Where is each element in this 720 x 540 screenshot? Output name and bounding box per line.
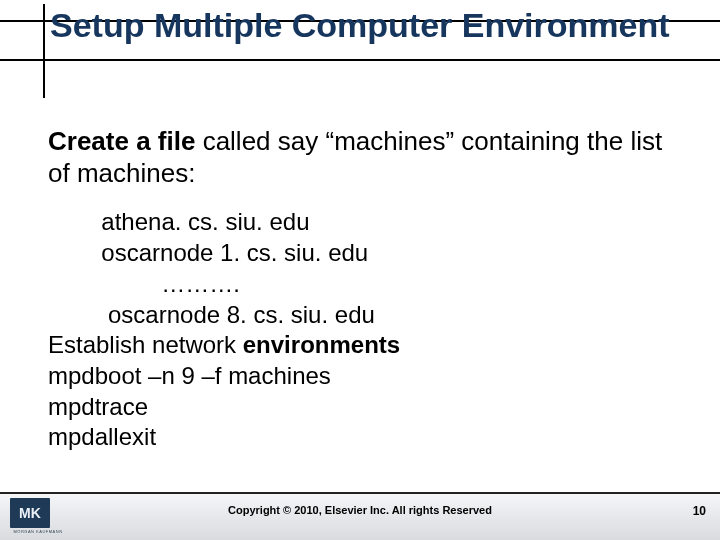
page-number: 10 [693,504,706,518]
footer: Copyright © 2010, Elsevier Inc. All righ… [0,492,720,540]
line-2: oscarnode 1. cs. siu. edu [48,239,368,266]
line-5a: Establish network [48,331,243,358]
rule-mid [0,59,720,61]
body: Create a file called say “machines” cont… [48,126,690,453]
lead-bold: Create a file [48,126,195,156]
line-1: athena. cs. siu. edu [48,208,309,235]
lead-text: Create a file called say “machines” cont… [48,126,690,189]
code-lines: athena. cs. siu. edu oscarnode 1. cs. si… [48,207,690,453]
line-7: mpdtrace [48,393,148,420]
copyright-text: Copyright © 2010, Elsevier Inc. All righ… [0,504,720,516]
slide: Setup Multiple Computer Environment Crea… [0,0,720,540]
title-tick [43,4,45,98]
slide-title: Setup Multiple Computer Environment [50,6,700,44]
line-5b: environments [243,331,400,358]
logo-subtext: MORGAN KAUFMANN [10,529,66,534]
line-4: oscarnode 8. cs. siu. edu [48,301,375,328]
publisher-logo: MK MORGAN KAUFMANN [10,498,66,534]
logo-badge: MK [10,498,50,528]
footer-background [0,494,720,540]
line-3: ………. [48,270,240,297]
line-6: mpdboot –n 9 –f machines [48,362,331,389]
title-block: Setup Multiple Computer Environment [50,6,700,44]
line-8: mpdallexit [48,423,156,450]
